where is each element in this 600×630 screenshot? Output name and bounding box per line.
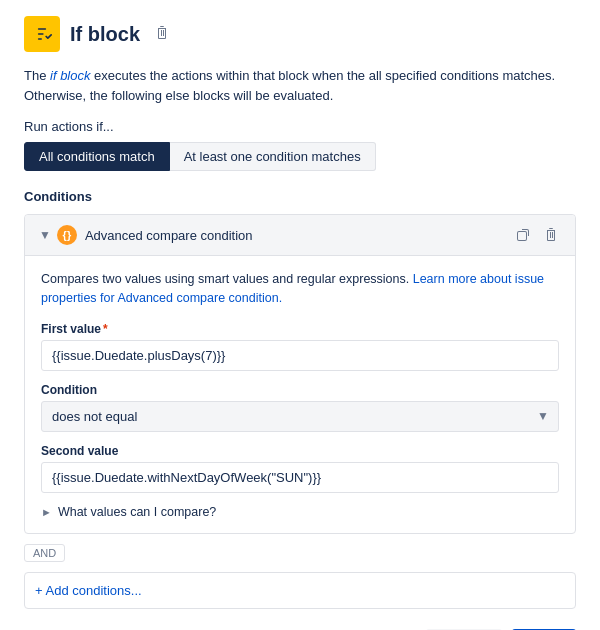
expand-values-row[interactable]: ► What values can I compare?: [41, 505, 559, 519]
condition-expand-chevron[interactable]: ▼: [39, 228, 51, 242]
condition-action-buttons: [513, 225, 561, 245]
and-divider: AND: [24, 544, 576, 562]
condition-header: ▼ {} Advanced compare condition: [25, 215, 575, 256]
condition-type-icon: {}: [57, 225, 77, 245]
condition-field: Condition does not equal equals contains…: [41, 383, 559, 432]
condition-label: Condition: [41, 383, 559, 397]
page-title: If block: [70, 23, 140, 46]
all-conditions-btn[interactable]: All conditions match: [24, 142, 170, 171]
run-actions-toggle: All conditions match At least one condit…: [24, 142, 576, 171]
second-value-input[interactable]: [41, 462, 559, 493]
copy-condition-btn[interactable]: [513, 225, 533, 245]
add-conditions-btn[interactable]: + Add conditions...: [24, 572, 576, 609]
compare-description: Compares two values using smart values a…: [41, 270, 559, 308]
and-badge: AND: [24, 544, 65, 562]
if-block-icon: [24, 16, 60, 52]
learn-more-link[interactable]: Learn more about issue properties for Ad…: [41, 272, 544, 305]
delete-condition-btn[interactable]: [541, 225, 561, 245]
condition-card: ▼ {} Advanced compare condition Compares…: [24, 214, 576, 534]
second-value-field: Second value: [41, 444, 559, 493]
second-value-label: Second value: [41, 444, 559, 458]
condition-body: Compares two values using smart values a…: [25, 256, 575, 533]
panel-header: If block: [24, 16, 576, 52]
condition-select[interactable]: does not equal equals contains does not …: [41, 401, 559, 432]
condition-name: Advanced compare condition: [85, 228, 513, 243]
condition-select-wrapper: does not equal equals contains does not …: [41, 401, 559, 432]
expand-chevron-icon: ►: [41, 506, 52, 518]
expand-values-label: What values can I compare?: [58, 505, 216, 519]
conditions-section-title: Conditions: [24, 189, 576, 204]
if-block-highlight: if block: [50, 68, 90, 83]
description-text: The if block executes the actions within…: [24, 66, 576, 105]
first-value-field: First value*: [41, 322, 559, 371]
delete-icon[interactable]: [154, 25, 170, 44]
run-actions-label: Run actions if...: [24, 119, 576, 134]
first-value-input[interactable]: [41, 340, 559, 371]
required-marker: *: [103, 322, 108, 336]
at-least-one-btn[interactable]: At least one condition matches: [170, 142, 376, 171]
first-value-label: First value*: [41, 322, 559, 336]
